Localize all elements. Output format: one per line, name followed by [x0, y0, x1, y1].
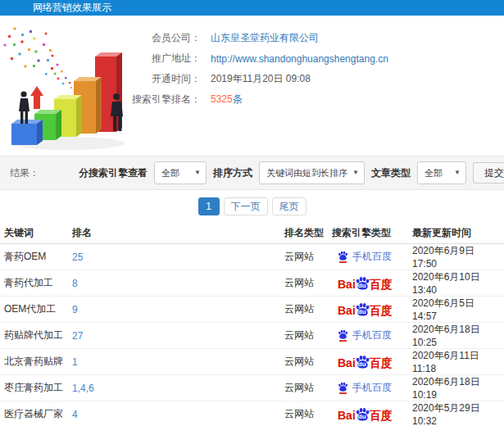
rank-type-cell: 云网站 — [280, 244, 328, 270]
col-keyword: 关键词 — [0, 223, 68, 244]
open-time-value: 2019年11月20日 09:08 — [211, 72, 311, 86]
col-engine-type: 搜索引擎类型 — [328, 223, 408, 244]
engine-cell: Baidu百度 — [328, 297, 408, 323]
promo-url-label: 推广地址： — [131, 52, 201, 66]
info-row-rank-count: 搜索引擎排名： 5325条 — [131, 89, 388, 110]
rank-link[interactable]: 25 — [72, 252, 83, 263]
col-updated: 最新更新时间 — [408, 223, 504, 244]
rank-type-cell: 云网站 — [280, 270, 328, 297]
rank-type-cell: 云网站 — [280, 297, 328, 323]
chevron-down-icon: ▼ — [454, 162, 461, 184]
keyword-cell: 北京膏药贴牌 — [0, 349, 68, 375]
last-page-button[interactable]: 尾页 — [272, 197, 306, 215]
updated-cell: 2020年6月10日 13:40 — [408, 270, 504, 297]
result-label: 结果： — [10, 166, 39, 180]
baidu-paw-icon — [338, 329, 348, 342]
rank-type-cell: 云网站 — [280, 323, 328, 349]
engine-view-label: 分搜索引擎查看 — [79, 166, 148, 180]
info-row-company: 会员公司： 山东皇圣堂药业有限公司 — [131, 28, 388, 48]
chevron-down-icon: ▼ — [352, 162, 359, 184]
keyword-cell: 药贴牌代加工 — [0, 323, 68, 349]
page-title: 网络营销效果展示 — [33, 2, 111, 13]
baidu-paw-icon: du — [355, 355, 370, 369]
table-row: 膏药代加工 8 云网站 Baidu百度 2020年6月10日 13:40 — [0, 270, 504, 297]
updated-cell: 2020年6月5日 14:57 — [408, 297, 504, 323]
app-header: 网络营销效果展示 — [0, 0, 504, 16]
article-type-label: 文章类型 — [371, 166, 411, 180]
rank-link[interactable]: 9 — [72, 304, 78, 315]
rank-type-cell: 云网站 — [280, 375, 328, 401]
mobile-baidu-badge[interactable]: 手机百度 — [338, 250, 392, 264]
rank-link[interactable]: 8 — [72, 278, 78, 289]
engine-cell: 手机百度 — [328, 323, 408, 349]
rank-count-value[interactable]: 5325条 — [211, 93, 243, 106]
baidu-logo[interactable]: Baidu百度 — [338, 276, 393, 290]
table-row: 膏药OEM 25 云网站 手机百度 2020年6月9日 17:50 — [0, 244, 504, 270]
company-info-section: 会员公司： 山东皇圣堂药业有限公司 推广地址： http://www.shand… — [0, 16, 504, 156]
baidu-paw-icon: du — [355, 407, 370, 421]
engine-cell: 手机百度 — [328, 244, 408, 270]
table-row: OEM代加工 9 云网站 Baidu百度 2020年6月5日 14:57 — [0, 297, 504, 323]
engine-cell: Baidu百度 — [328, 349, 408, 375]
pagination: 1 下一页 尾页 — [0, 190, 504, 223]
marketing-report-page: 网络营销效果展示 — [0, 0, 504, 426]
col-rank-type: 排名类型 — [280, 223, 328, 244]
baidu-paw-icon — [338, 251, 348, 263]
rank-link[interactable]: 27 — [72, 330, 83, 342]
baidu-logo[interactable]: Baidu百度 — [338, 302, 393, 316]
mobile-baidu-badge[interactable]: 手机百度 — [338, 381, 392, 395]
sort-label: 排序方式 — [213, 166, 252, 180]
table-header-row: 关键词 排名 排名类型 搜索引擎类型 最新更新时间 — [0, 223, 504, 244]
updated-cell: 2020年6月18日 10:25 — [408, 323, 504, 349]
baidu-logo[interactable]: Baidu百度 — [338, 355, 393, 369]
page-button-current[interactable]: 1 — [198, 197, 220, 215]
engine-cell: Baidu百度 — [328, 270, 408, 297]
table-row: 枣庄膏药加工 1,4,6 云网站 手机百度 2020年6月18日 10:19 — [0, 375, 504, 401]
promo-url-link[interactable]: http://www.shandonghuangshengtang.cn — [211, 53, 388, 65]
table-row: 药贴牌代加工 27 云网站 手机百度 2020年6月18日 10:25 — [0, 323, 504, 349]
filter-bar: 结果： 分搜索引擎查看 全部▼ 排序方式 关键词由短到长排序▼ 文章类型 全部▼… — [0, 156, 504, 190]
updated-cell: 2020年6月18日 10:19 — [408, 375, 504, 401]
filter-controls: 分搜索引擎查看 全部▼ 排序方式 关键词由短到长排序▼ 文章类型 全部▼ 提交 — [79, 161, 504, 184]
company-link[interactable]: 山东皇圣堂药业有限公司 — [211, 32, 319, 43]
keyword-cell: 枣庄膏药加工 — [0, 375, 68, 401]
keyword-cell: 医疗器械厂家 — [0, 401, 68, 426]
updated-cell: 2020年6月9日 17:50 — [408, 244, 504, 270]
businessman-left — [19, 91, 30, 124]
rank-type-cell: 云网站 — [280, 401, 328, 426]
rank-link[interactable]: 4 — [72, 409, 78, 420]
chevron-down-icon: ▼ — [194, 162, 201, 184]
baidu-paw-icon: du — [355, 276, 370, 290]
engine-cell: Baidu百度 — [328, 401, 408, 426]
rank-type-cell: 云网站 — [280, 349, 328, 375]
up-arrow-icon — [30, 86, 43, 109]
keyword-cell: 膏药代加工 — [0, 270, 68, 297]
keyword-ranking-table: 关键词 排名 排名类型 搜索引擎类型 最新更新时间 膏药OEM 25 云网站 手… — [0, 223, 504, 426]
rank-count-label: 搜索引擎排名： — [131, 93, 201, 106]
info-row-url: 推广地址： http://www.shandonghuangshengtang.… — [131, 48, 388, 69]
company-label: 会员公司： — [131, 31, 201, 45]
baidu-paw-icon — [338, 382, 348, 394]
growth-bar-chart-illustration — [0, 24, 131, 155]
updated-cell: 2020年5月29日 10:32 — [408, 401, 504, 426]
next-page-button[interactable]: 下一页 — [224, 197, 268, 215]
article-type-select[interactable]: 全部▼ — [417, 161, 466, 184]
keyword-cell: 膏药OEM — [0, 244, 68, 270]
rank-link[interactable]: 1,4,6 — [72, 383, 94, 394]
baidu-paw-icon: du — [355, 302, 370, 316]
updated-cell: 2020年6月11日 11:18 — [408, 349, 504, 375]
table-row: 北京膏药贴牌 1 云网站 Baidu百度 2020年6月11日 11:18 — [0, 349, 504, 375]
engine-view-select[interactable]: 全部▼ — [154, 161, 207, 184]
table-row: 医疗器械厂家 4 云网站 Baidu百度 2020年5月29日 10:32 — [0, 401, 504, 426]
company-info-list: 会员公司： 山东皇圣堂药业有限公司 推广地址： http://www.shand… — [131, 16, 388, 156]
baidu-logo[interactable]: Baidu百度 — [338, 407, 393, 421]
open-time-label: 开通时间： — [131, 72, 201, 86]
engine-cell: 手机百度 — [328, 375, 408, 401]
rank-link[interactable]: 1 — [72, 356, 78, 368]
mobile-baidu-badge[interactable]: 手机百度 — [338, 329, 392, 342]
col-rank: 排名 — [68, 223, 280, 244]
sort-select[interactable]: 关键词由短到长排序▼ — [259, 161, 365, 184]
keyword-cell: OEM代加工 — [0, 297, 68, 323]
info-row-open-time: 开通时间： 2019年11月20日 09:08 — [131, 69, 388, 89]
submit-button[interactable]: 提交 — [473, 162, 504, 184]
